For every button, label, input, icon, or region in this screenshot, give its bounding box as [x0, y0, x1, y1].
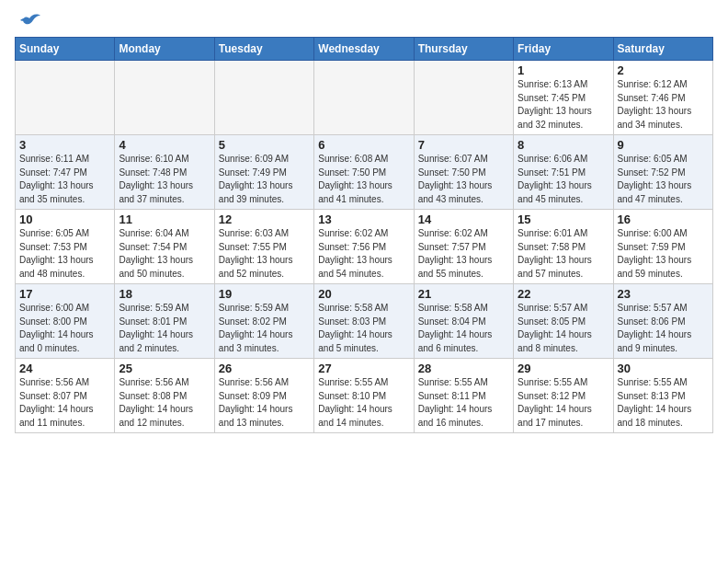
calendar-cell: 12Sunrise: 6:03 AMSunset: 7:55 PMDayligh… [214, 210, 313, 284]
day-number: 25 [119, 362, 210, 375]
day-info: Sunrise: 6:06 AMSunset: 7:51 PMDaylight:… [518, 153, 609, 206]
day-number: 11 [119, 213, 210, 226]
day-number: 22 [518, 287, 609, 301]
day-info: Sunrise: 6:05 AMSunset: 7:53 PMDaylight:… [19, 227, 110, 281]
day-number: 17 [19, 287, 110, 301]
calendar-week-2: 3Sunrise: 6:11 AMSunset: 7:47 PMDaylight… [16, 135, 713, 210]
day-number: 18 [119, 287, 210, 301]
header [15, 9, 713, 31]
calendar-cell: 15Sunrise: 6:01 AMSunset: 7:58 PMDayligh… [514, 210, 613, 284]
calendar-cell: 20Sunrise: 5:58 AMSunset: 8:03 PMDayligh… [314, 284, 414, 359]
calendar-cell [16, 61, 115, 135]
day-number: 30 [618, 362, 709, 375]
calendar-cell: 24Sunrise: 5:56 AMSunset: 8:07 PMDayligh… [16, 359, 115, 433]
day-number: 5 [219, 138, 310, 152]
day-info: Sunrise: 5:55 AMSunset: 8:10 PMDaylight:… [318, 376, 409, 430]
day-info: Sunrise: 5:59 AMSunset: 8:02 PMDaylight:… [219, 302, 310, 355]
day-number: 21 [418, 287, 509, 301]
day-number: 29 [518, 362, 609, 375]
day-info: Sunrise: 5:56 AMSunset: 8:09 PMDaylight:… [219, 376, 310, 430]
calendar-cell: 6Sunrise: 6:08 AMSunset: 7:50 PMDaylight… [314, 135, 414, 210]
logo [15, 9, 42, 31]
day-number: 9 [618, 138, 709, 152]
calendar-cell [414, 61, 513, 135]
calendar-cell: 28Sunrise: 5:55 AMSunset: 8:11 PMDayligh… [414, 359, 513, 433]
day-number: 1 [518, 63, 609, 77]
day-number: 19 [219, 287, 310, 301]
calendar-cell: 29Sunrise: 5:55 AMSunset: 8:12 PMDayligh… [514, 359, 613, 433]
day-info: Sunrise: 6:00 AMSunset: 7:59 PMDaylight:… [618, 227, 709, 281]
calendar-header-row: SundayMondayTuesdayWednesdayThursdayFrid… [16, 38, 713, 61]
weekday-header-tuesday: Tuesday [214, 38, 313, 61]
calendar-cell: 11Sunrise: 6:04 AMSunset: 7:54 PMDayligh… [115, 210, 214, 284]
calendar-cell: 2Sunrise: 6:12 AMSunset: 7:46 PMDaylight… [613, 61, 712, 135]
day-info: Sunrise: 6:09 AMSunset: 7:49 PMDaylight:… [219, 153, 310, 206]
weekday-header-monday: Monday [115, 38, 214, 61]
calendar-week-4: 17Sunrise: 6:00 AMSunset: 8:00 PMDayligh… [16, 284, 713, 359]
day-number: 24 [19, 362, 110, 375]
day-number: 14 [418, 213, 509, 226]
calendar-cell: 23Sunrise: 5:57 AMSunset: 8:06 PMDayligh… [613, 284, 712, 359]
day-info: Sunrise: 6:08 AMSunset: 7:50 PMDaylight:… [318, 153, 409, 206]
weekday-header-thursday: Thursday [414, 38, 513, 61]
day-info: Sunrise: 6:01 AMSunset: 7:58 PMDaylight:… [518, 227, 609, 281]
calendar-cell: 25Sunrise: 5:56 AMSunset: 8:08 PMDayligh… [115, 359, 214, 433]
calendar-cell: 27Sunrise: 5:55 AMSunset: 8:10 PMDayligh… [314, 359, 414, 433]
calendar-cell: 9Sunrise: 6:05 AMSunset: 7:52 PMDaylight… [613, 135, 712, 210]
day-number: 15 [518, 213, 609, 226]
day-number: 20 [318, 287, 409, 301]
day-info: Sunrise: 6:12 AMSunset: 7:46 PMDaylight:… [618, 78, 709, 132]
day-info: Sunrise: 5:58 AMSunset: 8:03 PMDaylight:… [318, 302, 409, 355]
calendar-cell: 19Sunrise: 5:59 AMSunset: 8:02 PMDayligh… [214, 284, 313, 359]
day-number: 23 [618, 287, 709, 301]
day-info: Sunrise: 6:10 AMSunset: 7:48 PMDaylight:… [119, 153, 210, 206]
calendar-cell [115, 61, 214, 135]
weekday-header-wednesday: Wednesday [314, 38, 414, 61]
day-info: Sunrise: 5:57 AMSunset: 8:06 PMDaylight:… [618, 302, 709, 355]
day-info: Sunrise: 5:59 AMSunset: 8:01 PMDaylight:… [119, 302, 210, 355]
calendar-cell: 14Sunrise: 6:02 AMSunset: 7:57 PMDayligh… [414, 210, 513, 284]
day-info: Sunrise: 6:11 AMSunset: 7:47 PMDaylight:… [19, 153, 110, 206]
calendar-cell: 26Sunrise: 5:56 AMSunset: 8:09 PMDayligh… [214, 359, 313, 433]
calendar-cell: 16Sunrise: 6:00 AMSunset: 7:59 PMDayligh… [613, 210, 712, 284]
day-number: 2 [618, 63, 709, 77]
day-number: 26 [219, 362, 310, 375]
calendar-cell [214, 61, 313, 135]
calendar-cell: 1Sunrise: 6:13 AMSunset: 7:45 PMDaylight… [514, 61, 613, 135]
calendar-cell [314, 61, 414, 135]
weekday-header-friday: Friday [514, 38, 613, 61]
day-info: Sunrise: 6:13 AMSunset: 7:45 PMDaylight:… [518, 78, 609, 132]
day-number: 16 [618, 213, 709, 226]
day-number: 27 [318, 362, 409, 375]
day-number: 7 [418, 138, 509, 152]
day-info: Sunrise: 5:55 AMSunset: 8:12 PMDaylight:… [518, 376, 609, 430]
day-info: Sunrise: 5:56 AMSunset: 8:07 PMDaylight:… [19, 376, 110, 430]
weekday-header-saturday: Saturday [613, 38, 712, 61]
calendar-cell: 30Sunrise: 5:55 AMSunset: 8:13 PMDayligh… [613, 359, 712, 433]
calendar-cell: 21Sunrise: 5:58 AMSunset: 8:04 PMDayligh… [414, 284, 513, 359]
calendar-week-1: 1Sunrise: 6:13 AMSunset: 7:45 PMDaylight… [16, 61, 713, 135]
calendar-cell: 10Sunrise: 6:05 AMSunset: 7:53 PMDayligh… [16, 210, 115, 284]
day-info: Sunrise: 5:58 AMSunset: 8:04 PMDaylight:… [418, 302, 509, 355]
day-info: Sunrise: 6:02 AMSunset: 7:57 PMDaylight:… [418, 227, 509, 281]
day-info: Sunrise: 5:55 AMSunset: 8:11 PMDaylight:… [418, 376, 509, 430]
day-info: Sunrise: 5:56 AMSunset: 8:08 PMDaylight:… [119, 376, 210, 430]
day-info: Sunrise: 5:55 AMSunset: 8:13 PMDaylight:… [618, 376, 709, 430]
calendar-cell: 17Sunrise: 6:00 AMSunset: 8:00 PMDayligh… [16, 284, 115, 359]
day-info: Sunrise: 5:57 AMSunset: 8:05 PMDaylight:… [518, 302, 609, 355]
calendar-cell: 3Sunrise: 6:11 AMSunset: 7:47 PMDaylight… [16, 135, 115, 210]
calendar-week-3: 10Sunrise: 6:05 AMSunset: 7:53 PMDayligh… [16, 210, 713, 284]
calendar-week-5: 24Sunrise: 5:56 AMSunset: 8:07 PMDayligh… [16, 359, 713, 433]
day-number: 3 [19, 138, 110, 152]
day-info: Sunrise: 6:03 AMSunset: 7:55 PMDaylight:… [219, 227, 310, 281]
page: SundayMondayTuesdayWednesdayThursdayFrid… [0, 0, 728, 448]
calendar-cell: 4Sunrise: 6:10 AMSunset: 7:48 PMDaylight… [115, 135, 214, 210]
calendar-cell: 22Sunrise: 5:57 AMSunset: 8:05 PMDayligh… [514, 284, 613, 359]
day-number: 28 [418, 362, 509, 375]
calendar-cell: 5Sunrise: 6:09 AMSunset: 7:49 PMDaylight… [214, 135, 313, 210]
day-number: 6 [318, 138, 409, 152]
day-info: Sunrise: 6:02 AMSunset: 7:56 PMDaylight:… [318, 227, 409, 281]
calendar-cell: 13Sunrise: 6:02 AMSunset: 7:56 PMDayligh… [314, 210, 414, 284]
day-number: 10 [19, 213, 110, 226]
calendar-table: SundayMondayTuesdayWednesdayThursdayFrid… [15, 37, 713, 433]
